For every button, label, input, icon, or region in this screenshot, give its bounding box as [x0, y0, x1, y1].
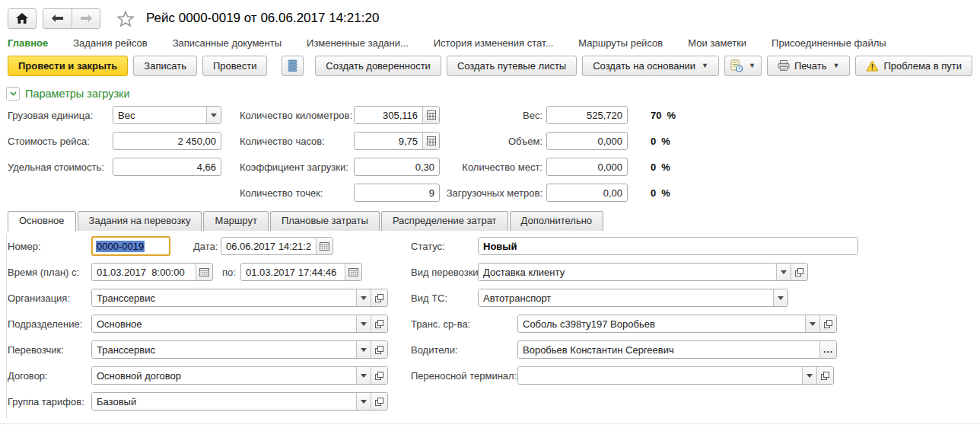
drivers-select-button[interactable]: ...: [819, 341, 836, 358]
form-right-column: Статус: Вид перевозки: Вид ТС: Транс: [411, 233, 974, 388]
menu-item-main[interactable]: Главное: [8, 37, 48, 49]
carrier-dropdown-button[interactable]: [356, 341, 371, 358]
create-proxies-button[interactable]: Создать доверенности: [315, 56, 441, 76]
time-to-input[interactable]: [241, 264, 345, 280]
unit-cost-input[interactable]: [113, 158, 221, 176]
tariff-group-dropdown-button[interactable]: [356, 393, 371, 410]
form-row: Время (план) с: по:: [8, 259, 403, 285]
date-calendar-button[interactable]: [316, 238, 332, 254]
transport-kind-input[interactable]: [479, 264, 776, 280]
tab-transport-tasks[interactable]: Задания на перевозку: [78, 211, 202, 231]
cargo-unit-combobox[interactable]: [113, 106, 221, 124]
tab-main[interactable]: Основное: [8, 211, 76, 232]
terminal-open-button[interactable]: [816, 367, 833, 384]
menu-item-status-history[interactable]: История изменения стат...: [434, 37, 554, 49]
terminal-input[interactable]: [518, 367, 802, 384]
volume-input[interactable]: [546, 132, 628, 150]
organization-dropdown-button[interactable]: [356, 289, 371, 306]
contract-dropdown-button[interactable]: [356, 367, 371, 384]
trip-cost-label: Стоимость рейса:: [8, 136, 113, 147]
calculator-icon: [427, 136, 436, 145]
forward-button[interactable]: [72, 9, 100, 28]
transport-kind-dropdown-button[interactable]: [776, 264, 791, 280]
load-params-header: Параметры загрузки: [0, 81, 980, 102]
kilometers-calc-button[interactable]: [422, 107, 439, 123]
back-button[interactable]: [43, 9, 72, 28]
transport-kind-open-button[interactable]: [791, 264, 807, 280]
number-selected-text: 0000-0019: [96, 241, 145, 252]
document-clock-icon: [730, 59, 743, 72]
form-row: Водители: ...: [411, 337, 974, 363]
problem-on-route-button[interactable]: Проблема в пути: [855, 56, 972, 76]
menu-item-recorded-documents[interactable]: Записанные документы: [173, 37, 282, 49]
create-based-on-label: Создать на основании: [593, 60, 695, 72]
weight-input[interactable]: [546, 106, 628, 124]
menu-item-attached-files[interactable]: Присоединенные файлы: [772, 37, 886, 49]
favorite-button[interactable]: [117, 11, 134, 27]
document-movements-button[interactable]: [282, 56, 304, 76]
places-input[interactable]: [546, 158, 628, 176]
time-from-input[interactable]: [92, 264, 196, 280]
carrier-open-button[interactable]: [371, 341, 387, 358]
date-input[interactable]: [221, 238, 316, 254]
save-button[interactable]: Записать: [133, 56, 197, 76]
menu-item-trip-routes[interactable]: Маршруты рейсов: [578, 37, 663, 49]
print-button[interactable]: Печать ▼: [767, 56, 851, 76]
tab-additional[interactable]: Дополнительно: [510, 211, 604, 231]
organization-input[interactable]: [92, 289, 356, 306]
menu-item-trip-tasks[interactable]: Задания рейсов: [73, 37, 148, 49]
organization-open-button[interactable]: [371, 289, 387, 306]
number-label: Номер:: [8, 241, 91, 252]
time-from-calendar-button[interactable]: [196, 264, 212, 280]
carrier-input[interactable]: [92, 341, 356, 358]
tab-planned-costs[interactable]: Плановые затраты: [270, 211, 380, 231]
menu-item-changed-tasks[interactable]: Измененные задани...: [307, 37, 409, 49]
tariff-group-input[interactable]: [92, 393, 356, 410]
drivers-input[interactable]: [518, 341, 819, 358]
load-factor-input[interactable]: [354, 158, 440, 176]
vehicle-type-input[interactable]: [479, 289, 773, 306]
chevron-down-icon: [361, 400, 367, 404]
problem-on-route-label: Проблема в пути: [883, 60, 962, 72]
hours-calc-button[interactable]: [422, 133, 439, 149]
terminal-dropdown-button[interactable]: [802, 367, 816, 384]
create-waybills-button[interactable]: Создать путевые листы: [447, 56, 577, 76]
status-input[interactable]: [479, 238, 858, 254]
tab-cost-allocation[interactable]: Распределение затрат: [381, 211, 508, 231]
department-input[interactable]: [92, 315, 356, 332]
post-and-close-button[interactable]: Провести и закрыть: [8, 56, 128, 76]
cargo-unit-input[interactable]: [113, 107, 206, 123]
load-meters-input[interactable]: [546, 184, 628, 202]
collapse-section-button[interactable]: [6, 87, 20, 101]
trip-cost-input[interactable]: [113, 132, 221, 150]
contract-input[interactable]: [92, 367, 356, 384]
kilometers-input[interactable]: [355, 107, 422, 123]
weight-label: Вес:: [440, 110, 542, 121]
tab-route[interactable]: Маршрут: [203, 211, 268, 231]
transport-kind-label: Вид перевозки:: [411, 267, 478, 278]
drivers-label: Водители:: [411, 344, 517, 356]
cargo-unit-dropdown-button[interactable]: [206, 107, 221, 123]
hours-input[interactable]: [355, 133, 422, 149]
home-button[interactable]: [8, 8, 37, 29]
vehicles-input[interactable]: [518, 315, 805, 332]
contract-open-button[interactable]: [371, 367, 387, 384]
vehicles-dropdown-button[interactable]: [805, 315, 819, 332]
time-to-calendar-button[interactable]: [345, 264, 361, 280]
post-button[interactable]: Провести: [202, 56, 268, 76]
form-row: Транс. ср-ва:: [411, 311, 974, 337]
department-dropdown-button[interactable]: [356, 315, 371, 332]
menu-item-my-notes[interactable]: Мои заметки: [688, 37, 746, 49]
contract-label: Договор:: [8, 370, 91, 382]
create-based-on-button[interactable]: Создать на основании ▼: [582, 56, 719, 76]
vehicles-open-button[interactable]: [819, 315, 836, 332]
tariff-group-open-button[interactable]: [371, 393, 387, 410]
points-input[interactable]: [354, 184, 440, 202]
reminder-button[interactable]: ▼: [724, 56, 762, 76]
calculator-icon: [427, 110, 436, 120]
vehicle-type-dropdown-button[interactable]: [773, 289, 788, 306]
form-row: Организация:: [8, 285, 403, 311]
cargo-unit-label: Грузовая единица:: [8, 110, 113, 121]
number-input[interactable]: 0000-0019: [91, 236, 170, 256]
department-open-button[interactable]: [371, 315, 387, 332]
